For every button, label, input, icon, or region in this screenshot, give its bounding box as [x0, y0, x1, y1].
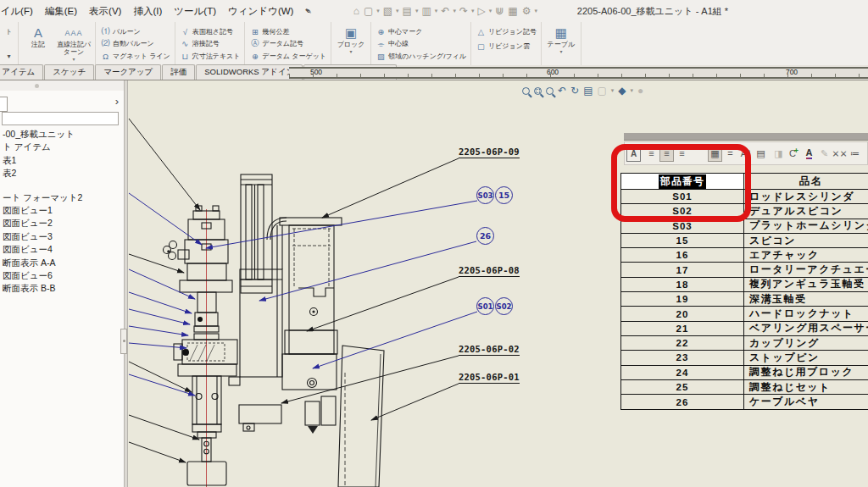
table-row[interactable]: 23 ストップピン [621, 351, 868, 365]
table-row[interactable]: 21 ベアリング用スペーサー [621, 322, 868, 336]
part-label[interactable]: 2205-06P-01 [459, 372, 520, 384]
dropdown-arrow-icon[interactable]: ▾ [415, 8, 420, 14]
part-name-cell[interactable]: 調整ねじセット [744, 380, 868, 394]
sheet-properties-icon[interactable]: ▤ [583, 83, 593, 98]
part-label[interactable]: 2205-06P-02 [459, 344, 520, 356]
merge-cells-icon[interactable]: ⨯⨯ [832, 145, 847, 162]
table-button[interactable]: ▦ テーブル ▾ [544, 24, 578, 64]
part-number-cell[interactable]: 22 [621, 336, 744, 350]
zoom-area-icon[interactable] [534, 87, 542, 95]
surface-finish-button[interactable]: √表面粗さ記号 [180, 25, 241, 37]
dropdown-arrow-icon[interactable]: ▾ [350, 49, 353, 55]
feature-tree-item[interactable]: 断面表示 B-B [0, 282, 124, 295]
feature-tree-item[interactable]: 図面ビュー1 [0, 204, 124, 217]
menu-edit[interactable]: 編集(E) [39, 5, 83, 18]
appearance-icon[interactable]: ● [637, 83, 643, 98]
part-number-cell[interactable]: 26 [621, 395, 744, 409]
feature-tree-item[interactable]: 図面ビュー3 [0, 230, 124, 243]
tab-sketch[interactable]: スケッチ [44, 64, 94, 80]
part-number-cell[interactable]: 24 [621, 366, 744, 379]
pin-icon[interactable]: ✒ [303, 4, 315, 18]
feature-filter-input[interactable] [2, 112, 119, 125]
area-hatch-button[interactable]: ▨領域のハッチング/フィル [376, 50, 466, 62]
part-name-cell[interactable]: ベアリング用スペーサー [744, 322, 868, 335]
previous-view-icon[interactable]: ↶ [558, 83, 566, 98]
tab-evaluate[interactable]: 評価 [162, 64, 195, 80]
feature-tree-item[interactable]: 図面ビュー2 [0, 217, 124, 230]
panel-expand-icon[interactable]: › [115, 95, 119, 108]
open-icon[interactable]: ▧ [381, 5, 394, 17]
dropdown-arrow-icon[interactable]: ▾ [470, 8, 476, 14]
dropdown-arrow-icon[interactable]: ▾ [488, 8, 493, 14]
table-row[interactable]: 19 深溝玉軸受 [621, 292, 868, 307]
edit-icon[interactable]: ✎ [817, 145, 832, 162]
balloon-callout[interactable]: 26 [476, 227, 494, 245]
balloon-callout[interactable]: S01 [476, 297, 494, 315]
dropdown-arrow-icon[interactable]: ▾ [533, 8, 538, 14]
rotate-view-icon[interactable]: ↻ [570, 83, 579, 98]
auto-balloon-button[interactable]: ⑵自動バルーン [100, 38, 170, 50]
centerline-button[interactable]: ⌯中心線 [376, 38, 466, 50]
part-number-cell[interactable]: 21 [621, 322, 744, 335]
part-name-cell[interactable]: プラットホームシリンダ [744, 219, 868, 233]
table-row[interactable]: 20 ハードロックナット [621, 307, 868, 321]
font-color-icon[interactable]: A [802, 145, 816, 162]
save-icon[interactable]: ▤ [401, 5, 414, 17]
part-number-cell[interactable]: 23 [621, 351, 744, 364]
zoom-icon[interactable] [546, 87, 554, 95]
part-name-cell[interactable]: ハードロックナット [744, 307, 868, 320]
part-number-cell[interactable]: 15 [621, 234, 744, 247]
redo-icon[interactable]: ↷ [458, 5, 470, 17]
menu-window[interactable]: ウィンドウ(W) [222, 5, 299, 18]
panel-tab-sliver[interactable] [0, 97, 8, 112]
balloon-callout[interactable]: S02 [495, 297, 513, 315]
part-name-cell[interactable]: ロッドレスシリンダ [744, 190, 868, 203]
new-document-icon[interactable]: ▢ [362, 5, 375, 17]
part-number-cell[interactable]: 16 [621, 248, 744, 262]
attach-icon[interactable]: ⋓ [493, 5, 505, 17]
table-row[interactable]: 15 スピコン [621, 234, 868, 248]
stamp-icon[interactable]: ◨ [771, 145, 786, 162]
menu-insert[interactable]: 挿入(I) [127, 5, 168, 18]
weld-symbol-button[interactable]: ∿溶接記号 [180, 38, 241, 50]
part-name-cell[interactable]: スピコン [744, 234, 868, 247]
dropdown-arrow-icon[interactable]: ▾ [395, 8, 400, 14]
part-name-cell[interactable]: 複列アンギュラ玉軸受 [744, 278, 868, 291]
part-name-cell[interactable]: ケーブルベヤ [744, 395, 868, 409]
feature-tree-item[interactable]: 図面ビュー4 [0, 243, 124, 256]
table-row[interactable]: 25 調整ねじセット [621, 380, 868, 395]
hole-callout-button[interactable]: ⊔穴寸法テキスト [180, 50, 241, 62]
ribbon-clipped-button[interactable]: ト▾ [0, 22, 19, 65]
dropdown-arrow-icon[interactable]: ▾ [376, 8, 381, 14]
part-number-cell[interactable]: 17 [621, 263, 744, 276]
balloon-callout[interactable]: 15 [495, 186, 513, 204]
menu-view[interactable]: 表示(V) [83, 5, 127, 18]
feature-tree-item[interactable]: 表2 [0, 167, 124, 180]
part-number-cell[interactable]: 25 [621, 380, 744, 394]
geometric-tolerance-button[interactable]: ⊞幾何公差 [249, 25, 326, 37]
list-icon[interactable]: ≔ [848, 145, 862, 162]
display-style-icon[interactable]: ▢ [597, 83, 606, 98]
table-row[interactable]: 16 エアチャック [621, 248, 868, 263]
tab-solidworks-addins[interactable]: SOLIDWORKS アドイン [196, 64, 303, 80]
table-row[interactable]: 22 カップリング [621, 336, 868, 351]
tab-items[interactable]: ト アイテム [0, 64, 43, 80]
menu-tools[interactable]: ツール(T) [168, 5, 222, 18]
table-row[interactable]: 24 調整ねじ用ブロック [621, 366, 868, 380]
home-icon[interactable]: ⌂ [352, 5, 361, 17]
table-drag-bar[interactable] [624, 133, 868, 141]
part-name-cell[interactable]: デュアルスピコン [744, 204, 868, 218]
table-row[interactable]: 18 複列アンギュラ玉軸受 [621, 278, 868, 292]
dropdown-arrow-icon[interactable]: ▾ [611, 87, 615, 94]
part-name-cell[interactable]: 深溝玉軸受 [744, 292, 868, 306]
part-label[interactable]: 2205-06P-09 [459, 147, 520, 158]
table-row[interactable]: 26 ケーブルベヤ [621, 395, 868, 409]
part-name-cell[interactable]: ロータリーアクチュエータ [744, 263, 868, 276]
magnet-line-button[interactable]: Ωマグネット ライン [100, 50, 170, 62]
balloon-callout[interactable]: S03 [476, 186, 494, 204]
bom-header-part-name[interactable]: 品名 [744, 174, 868, 189]
feature-tree-item[interactable]: ート フォーマット2 [0, 191, 124, 204]
dropdown-arrow-icon[interactable]: ▾ [434, 8, 439, 14]
row-format-icon[interactable]: ▤ [754, 145, 768, 162]
table-row[interactable]: 17 ロータリーアクチュエータ [621, 263, 868, 277]
